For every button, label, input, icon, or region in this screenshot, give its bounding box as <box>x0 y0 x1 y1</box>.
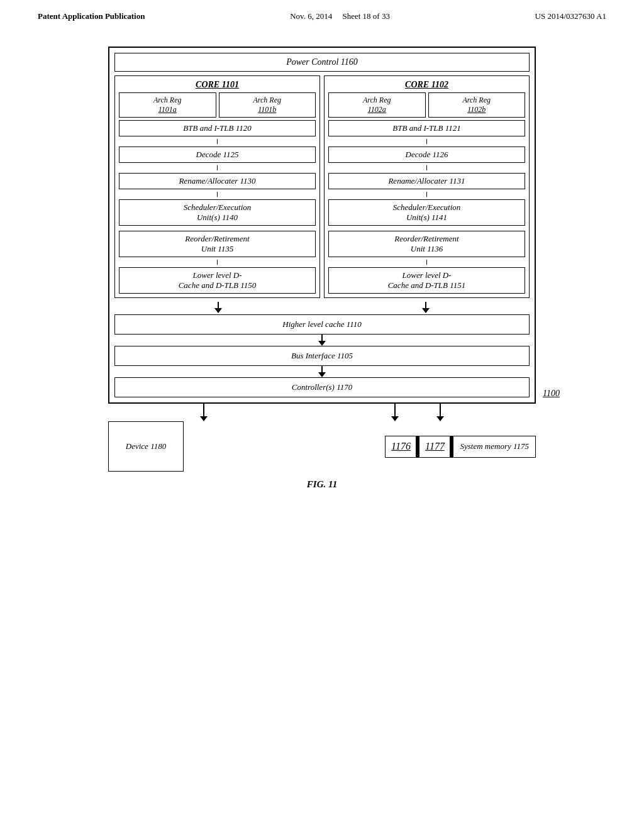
core2-lower-cache: Lower level D- Cache and D-TLB 1151 <box>328 267 525 294</box>
core2-arch-reg-b: Arch Reg 1102b <box>428 92 526 118</box>
core2-scheduler: Scheduler/Execution Unit(s) 1141 <box>328 199 525 226</box>
page-header: Patent Application Publication Nov. 6, 2… <box>0 0 644 28</box>
core2-title: CORE 1102 <box>328 80 525 90</box>
conn1-box: 1176 <box>385 436 416 458</box>
bus-interface-arrowhead <box>318 372 326 377</box>
right-bottom-arrow1 <box>391 404 399 421</box>
higher-cache-arrowhead <box>318 341 326 346</box>
core1-reorder: Reorder/Retirement Unit 1135 <box>119 231 316 257</box>
header-sheet: Sheet 18 of 33 <box>342 11 389 21</box>
core1-title: CORE 1101 <box>119 80 316 90</box>
core2-down-arrow <box>422 302 430 313</box>
left-bottom-arrow <box>200 404 208 421</box>
core1-arch-reg-a: Arch Reg 1101a <box>119 92 216 118</box>
core1-rename: Rename/Allocater 1130 <box>119 173 316 189</box>
arrows-to-higher-cache <box>114 302 530 313</box>
core1-box: CORE 1101 Arch Reg 1101a Arch Reg 1101b <box>114 75 320 298</box>
header-date: Nov. 6, 2014 <box>290 11 332 21</box>
core2-arrowhead <box>422 308 430 313</box>
core1-arrowhead <box>214 308 222 313</box>
core1-arch-reg-b: Arch Reg 1101b <box>219 92 316 118</box>
cores-row: CORE 1101 Arch Reg 1101a Arch Reg 1101b <box>114 75 530 298</box>
power-control-box: Power Control 1160 <box>114 53 530 72</box>
main-diagram-box: Power Control 1160 CORE 1101 Arch Reg 11… <box>108 47 536 404</box>
bottom-section: Device 1180 1176 1177 System memory 1175 <box>108 421 536 472</box>
core2-reorder: Reorder/Retirement Unit 1136 <box>328 231 525 257</box>
diagram-area: Power Control 1160 CORE 1101 Arch Reg 11… <box>0 28 644 502</box>
core2-box: CORE 1102 Arch Reg 1102a Arch Reg 1102b <box>324 75 530 298</box>
core2-arch-reg-a: Arch Reg 1102a <box>328 92 426 118</box>
power-control-label: Power Control 1160 <box>286 57 358 67</box>
core2-decode: Decode 1126 <box>328 147 525 163</box>
core1-btb: BTB and I-TLB 1120 <box>119 120 316 136</box>
right-bottom-arrow2 <box>436 404 444 421</box>
bus-interface-box: Bus Interface 1105 <box>114 346 530 366</box>
core1-decode: Decode 1125 <box>119 147 316 163</box>
conn2-box: 1177 <box>419 436 450 458</box>
higher-cache-box: Higher level cache 1110 <box>114 314 530 335</box>
core1-down-arrow <box>214 302 222 313</box>
main-ref-label: 1100 <box>543 389 560 399</box>
system-memory-box: System memory 1175 <box>453 436 536 458</box>
device-box: Device 1180 <box>108 421 184 472</box>
memory-section: 1176 1177 System memory 1175 <box>385 436 536 458</box>
fig-label: FIG. 11 <box>307 479 337 490</box>
core2-btb: BTB and I-TLB 1121 <box>328 120 525 136</box>
core1-lower-cache: Lower level D- Cache and D-TLB 1150 <box>119 267 316 294</box>
core2-arch-reg-row: Arch Reg 1102a Arch Reg 1102b <box>328 92 525 118</box>
core1-scheduler: Scheduler/Execution Unit(s) 1140 <box>119 199 316 226</box>
header-patent-number: US 2014/0327630 A1 <box>535 11 606 21</box>
core1-arch-reg-row: Arch Reg 1101a Arch Reg 1101b <box>119 92 316 118</box>
controllers-box: Controller(s) 1170 <box>114 377 530 397</box>
header-date-sheet: Nov. 6, 2014 Sheet 18 of 33 <box>290 11 390 21</box>
core2-rename: Rename/Allocater 1131 <box>328 173 525 189</box>
header-publication: Patent Application Publication <box>38 11 145 21</box>
